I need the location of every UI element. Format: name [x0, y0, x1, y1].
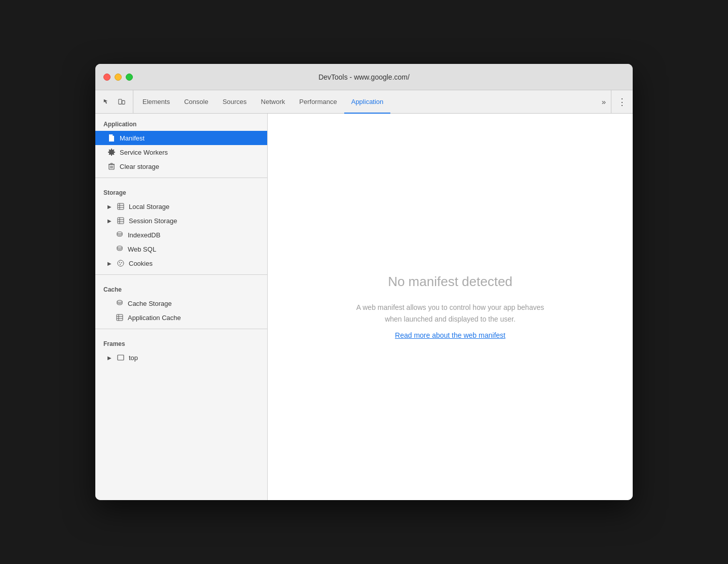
- close-button[interactable]: [103, 74, 111, 81]
- arrow-top-frame: ▶: [107, 355, 112, 361]
- window-controls: [103, 74, 133, 81]
- svg-rect-27: [118, 355, 124, 360]
- sidebar-item-application-cache-label: Application Cache: [128, 314, 181, 322]
- file-icon: [107, 134, 116, 142]
- tab-sources[interactable]: Sources: [215, 91, 254, 114]
- arrow-session-storage: ▶: [107, 218, 112, 224]
- rect-icon-frame: [117, 354, 125, 362]
- svg-point-19: [119, 262, 120, 263]
- db-icon-websql: [116, 245, 124, 253]
- tab-elements[interactable]: Elements: [135, 91, 177, 114]
- no-manifest-title: No manifest detected: [349, 274, 552, 290]
- sidebar-section-application-label: Application: [95, 114, 267, 131]
- arrow-cookies: ▶: [107, 261, 112, 266]
- sidebar-section-storage-label: Storage: [95, 182, 267, 199]
- sidebar: Application Manifest: [95, 114, 268, 500]
- sidebar-item-manifest-label: Manifest: [120, 134, 144, 142]
- tab-performance[interactable]: Performance: [292, 91, 344, 114]
- sidebar-item-cookies[interactable]: ▶ Cookies: [95, 256, 267, 270]
- read-more-link[interactable]: Read more about the web manifest: [395, 331, 505, 339]
- tab-console[interactable]: Console: [177, 91, 215, 114]
- svg-rect-23: [117, 314, 123, 321]
- minimize-button[interactable]: [115, 74, 122, 81]
- sidebar-item-indexeddb[interactable]: IndexedDB: [95, 228, 267, 242]
- more-tabs-button[interactable]: »: [597, 90, 611, 113]
- sidebar-item-clear-storage[interactable]: Clear storage: [95, 159, 267, 173]
- divider-1: [95, 178, 267, 178]
- main-content: No manifest detected A web manifest allo…: [268, 114, 633, 500]
- sidebar-item-cache-storage[interactable]: Cache Storage: [95, 296, 267, 310]
- cookie-icon: [117, 259, 125, 267]
- maximize-button[interactable]: [126, 74, 133, 81]
- svg-point-17: [117, 246, 122, 248]
- sidebar-item-session-storage-label: Session Storage: [129, 217, 177, 225]
- no-manifest-panel: No manifest detected A web manifest allo…: [339, 264, 562, 350]
- svg-point-20: [121, 262, 122, 263]
- sidebar-item-top-frame[interactable]: ▶ top: [95, 350, 267, 365]
- titlebar: DevTools - www.google.com/: [95, 64, 633, 90]
- svg-rect-0: [119, 99, 122, 104]
- sidebar-item-local-storage-label: Local Storage: [129, 203, 169, 210]
- svg-point-21: [120, 264, 121, 265]
- svg-rect-4: [111, 163, 113, 164]
- db-icon-indexeddb: [116, 231, 124, 239]
- sidebar-item-session-storage[interactable]: ▶ Session Storage: [95, 214, 267, 228]
- svg-rect-1: [122, 100, 125, 104]
- svg-rect-8: [118, 203, 124, 209]
- sidebar-item-indexeddb-label: IndexedDB: [128, 231, 160, 239]
- main-area: Application Manifest: [95, 114, 633, 500]
- no-manifest-description: A web manifest allows you to control how…: [349, 302, 552, 325]
- toolbar-icon-group: [95, 90, 133, 113]
- toolbar-tabs: Elements Console Sources Network Perform…: [133, 90, 597, 113]
- db-icon-cache: [116, 299, 124, 307]
- devtools-window: DevTools - www.google.com/ Elements: [95, 64, 633, 500]
- toolbar: Elements Console Sources Network Perform…: [95, 90, 633, 114]
- sidebar-section-cache-label: Cache: [95, 279, 267, 296]
- sidebar-item-local-storage[interactable]: ▶ Local Storage: [95, 199, 267, 214]
- sidebar-item-web-sql-label: Web SQL: [128, 245, 156, 253]
- window-title: DevTools - www.google.com/: [318, 73, 410, 81]
- trash-icon: [107, 162, 116, 170]
- sidebar-item-clear-storage-label: Clear storage: [120, 163, 159, 170]
- svg-rect-12: [118, 218, 124, 224]
- sidebar-item-web-sql[interactable]: Web SQL: [95, 242, 267, 256]
- sidebar-item-cache-storage-label: Cache Storage: [128, 300, 172, 307]
- inspect-element-icon[interactable]: [101, 97, 112, 107]
- sidebar-section-frames-label: Frames: [95, 333, 267, 350]
- tab-network[interactable]: Network: [254, 91, 293, 114]
- svg-point-18: [118, 260, 124, 266]
- table-icon-local: [117, 202, 125, 210]
- device-toolbar-icon[interactable]: [117, 97, 127, 107]
- svg-point-22: [117, 300, 122, 302]
- arrow-local-storage: ▶: [107, 204, 112, 209]
- table-icon-session: [117, 217, 125, 225]
- divider-2: [95, 274, 267, 275]
- gear-icon: [107, 148, 116, 156]
- svg-point-16: [117, 232, 122, 234]
- divider-3: [95, 329, 267, 329]
- tab-application[interactable]: Application: [344, 91, 391, 114]
- sidebar-item-top-frame-label: top: [129, 354, 138, 362]
- devtools-menu-button[interactable]: ⋮: [611, 90, 633, 113]
- sidebar-item-cookies-label: Cookies: [129, 260, 153, 267]
- sidebar-item-service-workers-label: Service Workers: [120, 149, 168, 156]
- table-icon-appcache: [116, 313, 124, 322]
- sidebar-item-manifest[interactable]: Manifest: [95, 131, 267, 145]
- sidebar-item-application-cache[interactable]: Application Cache: [95, 310, 267, 325]
- sidebar-item-service-workers[interactable]: Service Workers: [95, 145, 267, 159]
